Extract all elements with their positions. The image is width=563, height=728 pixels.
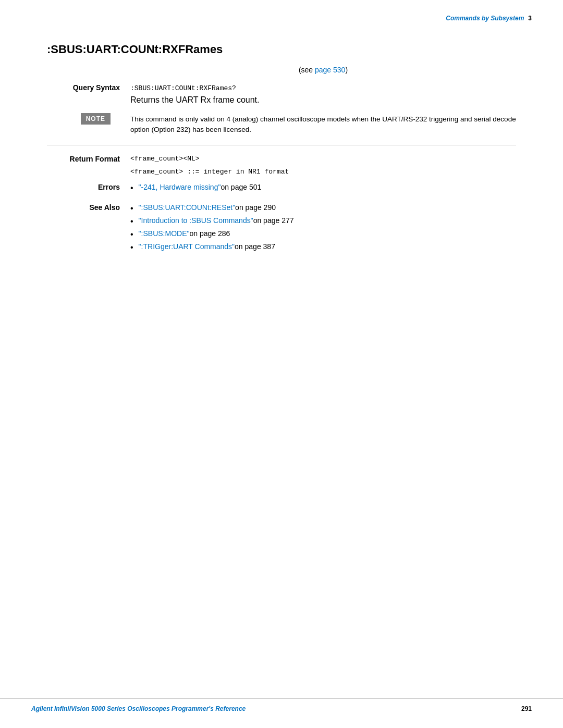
see-page-suffix: )	[345, 66, 348, 74]
note-label: NOTE	[81, 113, 111, 125]
query-syntax-content: :SBUS:UART:COUNt:RXFRames? Returns the U…	[130, 83, 516, 105]
return-format-row: Return Format <frame_count><NL> <frame_c…	[47, 155, 516, 176]
see-also-item-2: "Introduction to :SBUS Commands" on page…	[130, 216, 516, 226]
errors-list: "-241, Hardware missing" on page 501	[130, 183, 516, 193]
error-item-1: "-241, Hardware missing" on page 501	[130, 183, 516, 193]
main-content: :SBUS:UART:COUNt:RXFRames (see page 530)…	[0, 27, 563, 294]
errors-content: "-241, Hardware missing" on page 501	[130, 183, 516, 196]
page-header: Commands by Subsystem 3	[0, 0, 563, 27]
see-also-item-1: ":SBUS:UART:COUNt:RESet" on page 290	[130, 203, 516, 213]
see-also-link-1[interactable]: ":SBUS:UART:COUNt:RESet"	[139, 203, 236, 212]
see-also-item-3: ":SBUS:MODE" on page 286	[130, 229, 516, 239]
note-label-spacer: NOTE	[47, 114, 130, 122]
see-also-row: See Also ":SBUS:UART:COUNt:RESet" on pag…	[47, 203, 516, 256]
header-page-number: 3	[528, 15, 532, 22]
query-syntax-label: Query Syntax	[47, 83, 130, 92]
see-page-reference: (see page 530)	[130, 66, 516, 74]
see-also-link-4[interactable]: ":TRIGger:UART Commands"	[139, 242, 235, 251]
footer-left-text: Agilent InfiniiVision 5000 Series Oscill…	[31, 705, 246, 712]
query-syntax-value: :SBUS:UART:COUNt:RXFRames?	[130, 84, 236, 92]
page-container: Commands by Subsystem 3 :SBUS:UART:COUNt…	[0, 0, 563, 728]
see-also-link-2[interactable]: "Introduction to :SBUS Commands"	[139, 216, 253, 225]
returns-text: Returns the UART Rx frame count.	[130, 95, 516, 105]
error-link-1[interactable]: "-241, Hardware missing"	[139, 183, 221, 191]
return-format-mono2: <frame_count> ::= integer in NR1 format	[130, 168, 289, 176]
error-suffix-1: on page 501	[221, 183, 261, 191]
see-also-suffix-1: on page 290	[235, 203, 276, 212]
section-divider	[47, 145, 516, 145]
page-footer: Agilent InfiniiVision 5000 Series Oscill…	[0, 698, 563, 712]
see-also-content: ":SBUS:UART:COUNt:RESet" on page 290"Int…	[130, 203, 516, 256]
see-also-suffix-2: on page 277	[253, 216, 294, 225]
return-format-mono1: <frame_count><NL>	[130, 155, 516, 163]
note-box: NOTE This command is only valid on 4 (an…	[47, 114, 516, 135]
see-also-suffix-3: on page 286	[189, 229, 230, 238]
see-also-list: ":SBUS:UART:COUNt:RESet" on page 290"Int…	[130, 203, 516, 253]
query-syntax-row: Query Syntax :SBUS:UART:COUNt:RXFRames? …	[47, 83, 516, 105]
footer-right-text: 291	[521, 705, 532, 712]
note-content: This command is only valid on 4 (analog)…	[130, 114, 516, 135]
see-page-text: (see	[299, 66, 315, 74]
errors-row: Errors "-241, Hardware missing" on page …	[47, 183, 516, 196]
section-title-area: :SBUS:UART:COUNt:RXFRames	[47, 43, 516, 56]
see-also-item-4: ":TRIGger:UART Commands" on page 387	[130, 242, 516, 252]
errors-label: Errors	[47, 183, 130, 191]
section-title: :SBUS:UART:COUNt:RXFRames	[47, 43, 516, 56]
header-section-label: Commands by Subsystem	[446, 15, 524, 22]
see-also-label: See Also	[47, 203, 130, 212]
return-format-content: <frame_count><NL> <frame_count> ::= inte…	[130, 155, 516, 176]
return-format-label: Return Format	[47, 155, 130, 163]
see-page-link[interactable]: page 530	[315, 66, 345, 74]
see-also-link-3[interactable]: ":SBUS:MODE"	[139, 229, 190, 238]
see-also-suffix-4: on page 387	[235, 242, 275, 251]
